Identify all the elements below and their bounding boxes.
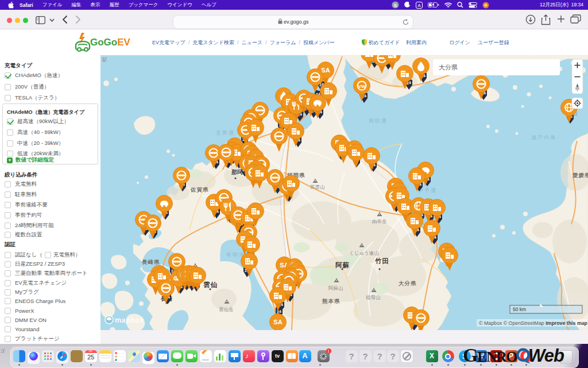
svg-text:長崎県: 長崎県 xyxy=(141,259,160,265)
svg-text:祖母山: 祖母山 xyxy=(365,294,381,300)
svg-text:雲仙: 雲仙 xyxy=(203,281,218,289)
svg-text:愛媛県: 愛媛県 xyxy=(572,172,588,178)
svg-text:雲仙岳: 雲仙岳 xyxy=(219,306,234,312)
svg-text:A: A xyxy=(417,3,421,8)
svg-text:佐賀県: 佐賀県 xyxy=(190,186,209,193)
svg-text:瀬戸内海: 瀬戸内海 xyxy=(531,135,556,140)
svg-text:大分県: 大分県 xyxy=(399,280,417,286)
svg-text:玄界灘: 玄界灘 xyxy=(216,130,235,136)
svg-text:周防灘: 周防灘 xyxy=(369,118,388,124)
svg-text:阿蘇: 阿蘇 xyxy=(335,262,350,269)
svg-text:熊本県: 熊本県 xyxy=(322,298,341,304)
svg-text:由布岳: 由布岳 xyxy=(372,218,387,224)
svg-text:阿蘇山: 阿蘇山 xyxy=(328,285,343,291)
svg-text:英彦山: 英彦山 xyxy=(310,184,325,190)
svg-text:mapbox: mapbox xyxy=(115,316,144,324)
svg-text:竹田: 竹田 xyxy=(374,258,389,264)
svg-text:くじゅう連山: くじゅう連山 xyxy=(349,250,379,256)
svg-text:大分県: 大分県 xyxy=(439,64,458,71)
svg-text:S: S xyxy=(394,3,397,8)
svg-text:駅: 駅 xyxy=(102,57,107,63)
svg-text:© Mapbox © OpenStreetMap Impro: © Mapbox © OpenStreetMap Improve this ma… xyxy=(479,320,588,326)
svg-text:50 km: 50 km xyxy=(513,306,526,312)
